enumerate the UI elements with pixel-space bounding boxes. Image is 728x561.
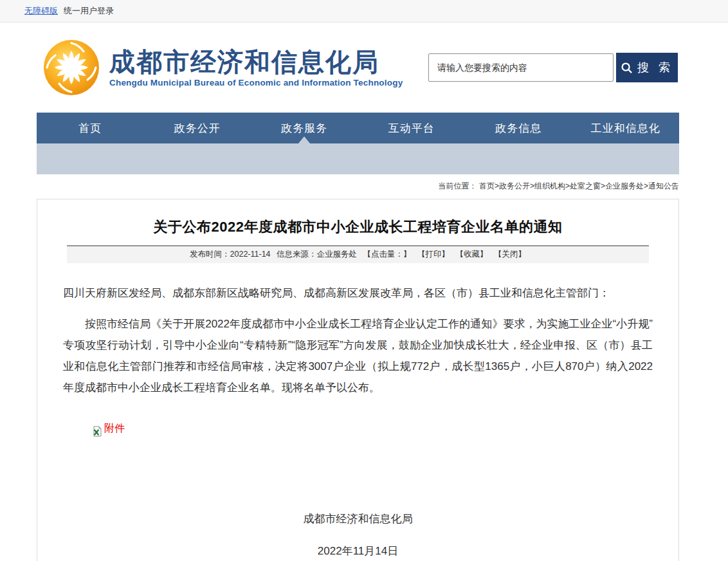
golden-sun-bird-logo-icon [42,39,100,97]
accessibility-version-link[interactable]: 无障碍版 [24,5,58,17]
breadcrumb-path[interactable]: 首页>政务公开>组织机构>处室之窗>企业服务处>通知公告 [479,181,679,190]
nav-item-gov-services-label: 政务服务 [281,121,327,136]
signature-block: 成都市经济和信息化局 2022年11月14日 [63,508,653,561]
attachment-row: 附件 [91,418,653,439]
publish-time: 发布时间：2022-11-14 [190,250,271,259]
unified-login-link[interactable]: 统一用户登录 [64,5,114,17]
signature-date: 2022年11月14日 [63,540,653,561]
active-tab-indicator [298,136,310,143]
nav-item-industry-it[interactable]: 工业和信息化 [572,113,680,143]
attachment-link[interactable]: 附件 [104,418,125,439]
article-salutation: 四川天府新区发经局、成都东部新区战略研究局、成都高新区发展改革局，各区（市）县工… [63,282,653,304]
nav-item-gov-info[interactable]: 政务信息 [465,113,572,143]
print-button[interactable]: 【打印】 [417,250,450,259]
subnav-strip [37,143,679,174]
nav-item-home[interactable]: 首页 [37,113,144,143]
close-button[interactable]: 【关闭】 [494,250,526,259]
breadcrumb-label: 当前位置： [439,181,477,190]
excel-file-icon [91,423,102,434]
search-button[interactable]: 搜 索 [616,53,678,82]
article-title: 关于公布2022年度成都市中小企业成长工程培育企业名单的通知 [37,217,678,237]
site-title: 成都市经济和信息化局 [109,48,403,76]
site-title-block: 成都市经济和信息化局 Chengdu Municipal Bureau of E… [109,48,403,87]
nav-item-gov-disclosure[interactable]: 政务公开 [144,113,251,143]
site-search: 搜 索 [428,53,678,82]
article-paragraph: 按照市经信局《关于开展2022年度成都市中小企业成长工程培育企业认定工作的通知》… [63,313,653,398]
topbar: 无障碍版 统一用户登录 [0,0,728,23]
info-source: 信息来源：企业服务处 [277,250,357,259]
article-card: 关于公布2022年度成都市中小企业成长工程培育企业名单的通知 发布时间：2022… [37,199,679,561]
page: 无障碍版 统一用户登录 [0,0,728,561]
signature-organization: 成都市经济和信息化局 [63,508,653,529]
search-button-label: 搜 索 [637,60,673,75]
hits-counter: 【点击量：】 [363,250,412,259]
favorite-button[interactable]: 【收藏】 [455,250,487,259]
site-title-english: Chengdu Municipal Bureau of Economic and… [109,78,403,87]
article-meta-bar: 发布时间：2022-11-14 信息来源：企业服务处 【点击量：】 【打印】 【… [67,245,649,263]
main-nav: 首页 政务公开 政务服务 互动平台 政务信息 工业和信息化 [37,113,679,143]
nav-item-interaction[interactable]: 互动平台 [358,113,466,143]
article-body: 四川天府新区发经局、成都东部新区战略研究局、成都高新区发展改革局，各区（市）县工… [37,263,678,561]
breadcrumb: 当前位置： 首页>政务公开>组织机构>处室之窗>企业服务处>通知公告 [37,181,679,191]
search-input[interactable] [428,53,614,82]
search-icon [621,62,633,74]
nav-item-gov-services[interactable]: 政务服务 [251,113,358,143]
site-header: 成都市经济和信息化局 Chengdu Municipal Bureau of E… [0,23,728,113]
